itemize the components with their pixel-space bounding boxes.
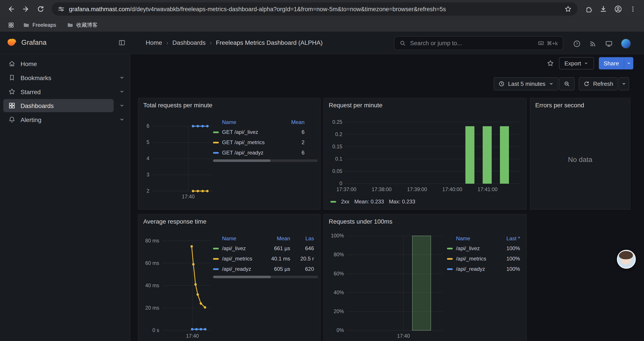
site-info-icon[interactable] [58,5,65,13]
sidebar-item-starred[interactable]: Starred [0,85,130,99]
legend-header-last[interactable]: Last * [496,235,520,241]
avatar-hair [619,251,633,259]
svg-text:0%: 0% [336,327,344,333]
refresh-interval-button[interactable] [618,77,629,90]
browser-menu-button[interactable] [626,2,640,16]
legend-series-name[interactable]: /api/_metrics [222,256,268,262]
search-icon [400,40,406,47]
extensions-button[interactable] [582,2,596,16]
legend-series-last: 646 [290,245,314,251]
nav-sidebar: Home Bookmarks Starred Dashboards [0,54,130,341]
svg-text:0: 0 [340,181,342,186]
share-button[interactable]: Share [599,57,624,69]
floating-assistant-avatar[interactable] [617,250,636,269]
svg-text:17:40:00: 17:40:00 [442,187,462,192]
chevron-down-icon[interactable] [114,103,130,108]
monitor-icon[interactable] [605,40,613,48]
share-dropdown-button[interactable] [624,57,633,69]
panel-title[interactable]: Total requests per minute [143,102,212,109]
url-path: /d/deytv4rwavabkb/freeleaps-metrics-dash… [130,6,446,12]
back-button[interactable] [4,2,18,16]
breadcrumb-dashboards[interactable]: Dashboards [172,39,206,46]
download-button[interactable] [596,2,610,16]
svg-text:40%: 40% [334,290,344,295]
legend-series-name[interactable]: GET /api/_metrics [222,139,280,146]
svg-text:20 ms: 20 ms [145,305,159,311]
sidebar-item-label: Bookmarks [20,74,51,81]
search-input[interactable] [409,40,538,47]
zoom-out-button[interactable] [559,77,574,90]
panel1-chart[interactable]: 6543217:40 [142,116,216,208]
legend-series-name[interactable]: 2xx [341,198,350,204]
help-icon[interactable]: ? [573,40,581,48]
keyboard-icon [538,40,544,47]
sidebar-item-home[interactable]: Home [0,57,130,71]
search-box[interactable]: ⌘+k [394,36,563,50]
breadcrumb-separator: › [210,39,212,46]
legend-header-name[interactable]: Name [222,119,280,125]
export-button[interactable]: Export [559,57,594,69]
url-bar[interactable]: grafana.mathmast.com/d/deytv4rwavabkb/fr… [52,3,578,16]
breadcrumb-home[interactable]: Home [146,39,162,46]
panel-average-response-time: Average response time 80 ms60 ms40 ms20 … [138,214,320,341]
legend-series-name[interactable]: /api/_livez [222,245,268,251]
legend-header-mean[interactable]: Mean [268,235,290,241]
panel-title[interactable]: Request per minute [329,102,382,109]
sidebar-item-bookmarks[interactable]: Bookmarks [0,71,130,85]
legend-series-name[interactable]: GET /api/_readyz [222,150,280,156]
scrollbar-thumb[interactable] [213,276,271,278]
legend-series-name[interactable]: /api/_livez [456,245,496,251]
forward-button[interactable] [19,2,33,16]
panel-title[interactable]: Errors per second [535,102,584,109]
bookmark-freeleaps[interactable]: Freeleaps [19,20,60,30]
panel-title[interactable]: Average response time [143,218,206,225]
legend-series-name[interactable]: /api/_metrics [456,256,496,262]
legend-scrollbar[interactable] [213,160,318,162]
browser-profile-button[interactable] [611,2,625,16]
svg-text:60 ms: 60 ms [145,260,159,266]
svg-text:80 ms: 80 ms [145,238,159,244]
share-split-button: Share [599,57,633,69]
legend-series-mean: 661 µs [268,245,290,251]
chevron-down-icon[interactable] [114,117,130,122]
series-color-dash [213,152,219,153]
bookmark-star-icon[interactable] [564,5,572,13]
legend-series-name[interactable]: GET /api/_livez [222,129,280,135]
scrollbar-thumb[interactable] [213,160,271,162]
reload-button[interactable] [34,2,48,16]
search-shortcut-label: ⌘+k [547,40,558,46]
legend-header-name[interactable]: Name [222,235,268,241]
bookmarks-apps-button[interactable] [6,20,16,30]
svg-text:0.1: 0.1 [335,156,342,162]
grafana-home-link[interactable]: Grafana [6,37,46,48]
chevron-down-icon[interactable] [114,89,130,94]
panel5-chart[interactable]: 100%80%60%40%20%0%17:40 [327,233,445,340]
svg-text:40 ms: 40 ms [145,283,159,288]
time-range-picker[interactable]: Last 5 minutes [494,77,558,90]
legend-header-mean[interactable]: Mean [280,119,304,125]
favorite-star-button[interactable] [547,60,554,67]
series-color-dash [447,268,453,270]
folder-icon [67,22,74,28]
bookmark-shoucang-boke[interactable]: 收藏博客 [63,20,102,30]
dock-sidebar-button[interactable] [118,39,126,47]
panel-title[interactable]: Requests under 100ms [329,218,392,225]
legend-series-name[interactable]: /api/_readyz [222,266,268,272]
legend-header-last[interactable]: Las [290,235,314,241]
refresh-button[interactable]: Refresh [579,77,618,90]
news-rss-icon[interactable] [589,40,597,48]
legend-header-row: Name Last * [447,233,523,243]
panel2-chart[interactable]: 0.250.20.150.10.05017:37:0017:38:0017:39… [327,118,524,199]
svg-text:?: ? [576,42,578,46]
user-avatar[interactable] [621,39,631,49]
legend-header-name[interactable]: Name [456,235,496,241]
panel4-chart[interactable]: 80 ms60 ms40 ms20 ms0 s17:40 [142,233,214,340]
bookmark-label: Freeleaps [32,22,56,28]
zoom-out-icon [564,81,570,87]
sidebar-item-dashboards[interactable]: Dashboards [0,99,130,113]
bell-icon [8,116,16,123]
sidebar-item-alerting[interactable]: Alerting [0,113,130,127]
legend-scrollbar[interactable] [213,276,318,278]
chevron-down-icon[interactable] [114,75,130,81]
legend-series-name[interactable]: /api/_readyz [456,266,496,272]
